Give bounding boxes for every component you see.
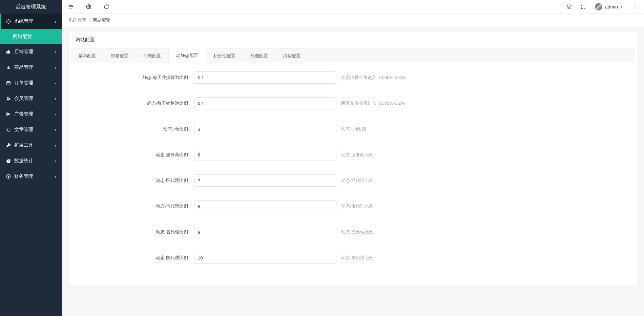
sidebar-item-finance[interactable]: 财务管理 ▾ — [0, 169, 62, 184]
sidebar-item-label: 系统管理 — [14, 18, 33, 24]
dynamic-province-ratio-input[interactable] — [194, 226, 336, 238]
svg-rect-1 — [7, 82, 11, 85]
config-card: 网站配置 基本配置 邮箱配置 商城配置 动静态配置 积分池配置 代理配置 消费配… — [68, 31, 637, 286]
user-menu[interactable]: admin ▾ — [595, 3, 622, 10]
fullscreen-icon[interactable] — [581, 4, 586, 9]
form-row: 动态-区代理比例 动态-区代理比例 — [82, 174, 623, 187]
sidebar-item-article[interactable]: 文章管理 ▾ — [0, 122, 62, 138]
sidebar-item-label: 财务管理 — [14, 173, 33, 180]
form-row: 动态-服务商比例 动态-服务商比例 — [82, 149, 623, 161]
form-row: 动态-省代理比例 动态-省代理比例 — [82, 226, 623, 238]
static-resonance-ratio-input[interactable] — [194, 71, 336, 84]
static-sales-pool-ratio-input[interactable] — [194, 97, 336, 109]
tab-email[interactable]: 邮箱配置 — [103, 49, 136, 63]
form-row: 动态-国代理比例 动态-国代理比例 — [82, 252, 623, 264]
dynamic-service-ratio-input[interactable] — [194, 149, 336, 161]
sidebar-item-ad[interactable]: 广告管理 ▾ — [0, 106, 62, 122]
chevron-down-icon: ▾ — [55, 66, 56, 69]
form-hint: 动态-服务商比例 — [341, 152, 373, 158]
form-label: 动态-vip比例 — [82, 126, 194, 132]
pie-icon — [5, 159, 12, 163]
breadcrumb: 系统管理 / 网站配置 — [62, 14, 644, 27]
chevron-down-icon: ▾ — [55, 97, 56, 101]
calendar-icon — [5, 81, 12, 85]
sidebar-item-stats[interactable]: 数据统计 ▾ — [0, 153, 62, 169]
chevron-down-icon: ▾ — [55, 159, 56, 163]
form-hint: 动态-国代理比例 — [341, 255, 373, 261]
sidebar-item-label: 数据统计 — [14, 158, 33, 164]
sidebar-item-shop[interactable]: 店铺管理 ▾ — [0, 44, 62, 60]
chart-icon — [5, 65, 12, 70]
topbar-right: admin ▾ ⋮ — [566, 3, 637, 10]
form-label: 动态-省代理比例 — [82, 229, 194, 235]
form-label: 动态-市代理比例 — [82, 203, 194, 209]
form-label: 动态-服务商比例 — [82, 152, 194, 158]
globe-icon[interactable] — [86, 4, 91, 9]
sidebar-item-label: 店铺管理 — [14, 49, 33, 55]
chevron-down-icon: ▾ — [55, 128, 56, 132]
sidebar-item-label: 会员管理 — [14, 96, 33, 102]
collapse-icon[interactable] — [68, 4, 74, 9]
gear-icon — [5, 19, 12, 24]
form-hint: 会员消费金额进入（0.05%-0.3%） — [341, 75, 409, 81]
form-label: 静态-每天销售池比例 — [82, 100, 194, 106]
form-label: 动态-区代理比例 — [82, 177, 194, 184]
sidebar-menu: 系统管理 ▴ 网站配置 店铺管理 ▾ 商品管理 ▾ — [0, 14, 62, 316]
tabs: 基本配置 邮箱配置 商城配置 动静态配置 积分池配置 代理配置 消费配置 — [71, 48, 635, 63]
form-row: 静态-每天销售池比例 商家充值金额进入（0.05%-0.2%） — [82, 97, 623, 109]
form-hint: 动态-省代理比例 — [341, 229, 373, 235]
tab-mall[interactable]: 商城配置 — [136, 49, 168, 63]
chevron-down-icon: ▾ — [55, 50, 56, 54]
form-hint: 动态-市代理比例 — [341, 203, 373, 209]
sidebar-item-label: 广告管理 — [14, 111, 33, 117]
form-row: 动态-vip比例 动态-vip比例 — [82, 123, 623, 135]
form-hint: 动态-vip比例 — [341, 126, 366, 132]
more-icon[interactable]: ⋮ — [631, 4, 637, 10]
topbar-left — [68, 4, 109, 9]
chevron-down-icon: ▾ — [55, 144, 56, 147]
thumb-icon — [5, 49, 12, 54]
dynamic-vip-ratio-input[interactable] — [194, 123, 336, 135]
sidebar-subitem-label: 网站配置 — [13, 34, 32, 40]
sidebar-item-system[interactable]: 系统管理 ▴ — [0, 14, 62, 29]
sidebar-subitem-site-config[interactable]: 网站配置 — [0, 29, 62, 44]
form-hint: 动态-区代理比例 — [341, 177, 373, 184]
sidebar-item-label: 订单管理 — [14, 80, 33, 86]
form-row: 动态-市代理比例 动态-市代理比例 — [82, 200, 623, 212]
sidebar-item-tools[interactable]: 扩展工具 ▾ — [0, 138, 62, 153]
dynamic-district-ratio-input[interactable] — [194, 174, 336, 187]
svg-point-2 — [7, 97, 9, 99]
sidebar-item-label: 扩展工具 — [14, 142, 33, 148]
dashboard-icon[interactable] — [566, 4, 572, 9]
sidebar-item-product[interactable]: 商品管理 ▾ — [0, 60, 62, 75]
tab-dynamic-static[interactable]: 动静态配置 — [168, 48, 206, 63]
sidebar: 后台管理系统 系统管理 ▴ 网站配置 店铺管理 ▾ — [0, 0, 62, 316]
sidebar-group-system: 系统管理 ▴ 网站配置 — [0, 14, 62, 44]
content: 网站配置 基本配置 邮箱配置 商城配置 动静态配置 积分池配置 代理配置 消费配… — [62, 27, 644, 316]
sidebar-item-order[interactable]: 订单管理 ▾ — [0, 75, 62, 91]
copy-icon — [5, 127, 12, 132]
tab-basic[interactable]: 基本配置 — [71, 49, 103, 63]
tab-consume[interactable]: 消费配置 — [275, 49, 308, 63]
sidebar-item-label: 文章管理 — [14, 127, 33, 133]
dynamic-city-ratio-input[interactable] — [194, 200, 336, 212]
chevron-up-icon: ▴ — [55, 20, 56, 23]
chevron-down-icon: ▾ — [55, 112, 56, 116]
page-title: 网站配置 — [69, 31, 637, 48]
topbar: admin ▾ ⋮ — [62, 0, 644, 14]
form-label: 静态-每天共振算力比例 — [82, 75, 194, 81]
users-icon — [5, 96, 12, 101]
svg-rect-3 — [8, 129, 10, 131]
svg-point-0 — [8, 21, 9, 22]
form-label: 动态-国代理比例 — [82, 255, 194, 261]
tab-agent[interactable]: 代理配置 — [243, 49, 275, 63]
dynamic-country-ratio-input[interactable] — [194, 252, 336, 264]
tab-pool[interactable]: 积分池配置 — [206, 49, 243, 63]
form-row: 静态-每天共振算力比例 会员消费金额进入（0.05%-0.3%） — [82, 71, 623, 84]
sidebar-item-member[interactable]: 会员管理 ▾ — [0, 91, 62, 106]
refresh-icon[interactable] — [104, 4, 109, 9]
yen-icon — [5, 174, 12, 179]
main: admin ▾ ⋮ 系统管理 / 网站配置 网站配置 基本配置 邮箱配置 商城配… — [62, 0, 644, 316]
breadcrumb-item[interactable]: 系统管理 — [68, 17, 86, 23]
caret-down-icon: ▾ — [621, 5, 622, 8]
